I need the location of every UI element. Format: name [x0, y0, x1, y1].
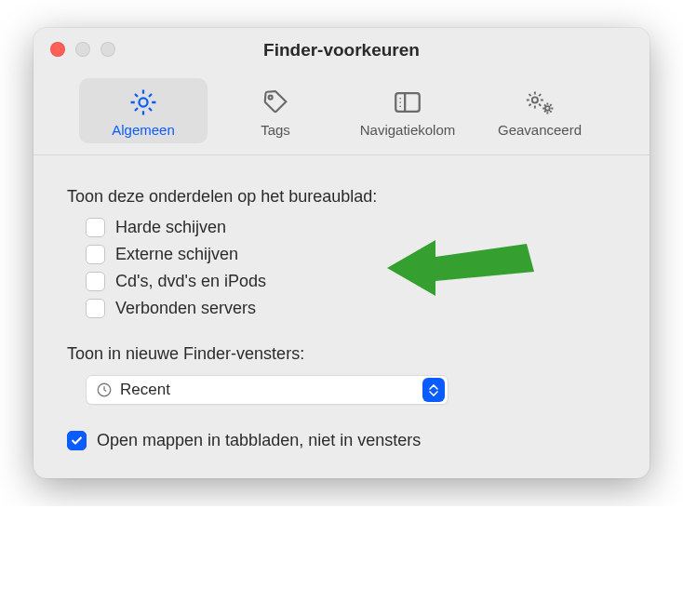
titlebar[interactable]: Finder-voorkeuren	[33, 28, 650, 61]
tab-label: Navigatiekolom	[360, 122, 456, 138]
svg-point-8	[545, 106, 550, 111]
checkbox-row-optical-media: Cd's, dvd's en iPods	[86, 272, 616, 291]
checkbox-hard-disks[interactable]	[86, 218, 105, 237]
show-on-desktop-label: Toon deze onderdelen op het bureaublad:	[67, 187, 616, 207]
checkbox-external-disks[interactable]	[86, 245, 105, 264]
desktop-items-list: Harde schijven Externe schijven Cd's, dv…	[86, 218, 616, 318]
preferences-toolbar: Algemeen Tags Navigatiekolo	[33, 61, 650, 155]
gear-icon	[127, 85, 159, 120]
window-title: Finder-voorkeuren	[33, 40, 650, 60]
checkbox-row-servers: Verbonden servers	[86, 299, 616, 318]
checkbox-row-open-in-tabs: Open mappen in tabbladen, niet in venste…	[67, 431, 616, 450]
clock-icon	[96, 382, 113, 398]
new-windows-select[interactable]: Recent	[86, 375, 449, 405]
svg-point-6	[399, 105, 401, 107]
svg-rect-2	[395, 93, 420, 112]
svg-point-5	[399, 101, 401, 103]
tag-icon	[261, 85, 290, 120]
tab-label: Algemeen	[112, 122, 175, 138]
checkbox-label: Externe schijven	[115, 245, 238, 264]
checkbox-label: Verbonden servers	[115, 299, 256, 318]
tab-tags[interactable]: Tags	[211, 78, 340, 143]
checkbox-row-external-disks: Externe schijven	[86, 245, 616, 264]
select-value: Recent	[120, 381, 422, 399]
svg-point-1	[269, 96, 273, 100]
checkbox-servers[interactable]	[86, 299, 105, 318]
gears-icon	[523, 85, 556, 120]
checkbox-label: Open mappen in tabbladen, niet in venste…	[97, 431, 421, 450]
tab-advanced[interactable]: Geavanceerd	[475, 78, 604, 143]
svg-point-0	[139, 98, 147, 106]
tab-sidebar[interactable]: Navigatiekolom	[343, 78, 472, 143]
svg-point-7	[532, 97, 538, 102]
content-pane: Toon deze onderdelen op het bureaublad: …	[33, 155, 650, 478]
checkbox-optical-media[interactable]	[86, 272, 105, 291]
sidebar-icon	[392, 85, 423, 120]
new-windows-label: Toon in nieuwe Finder-vensters:	[67, 344, 616, 364]
checkbox-label: Harde schijven	[115, 218, 226, 237]
svg-point-4	[399, 98, 401, 100]
tab-label: Geavanceerd	[498, 122, 582, 138]
checkbox-row-hard-disks: Harde schijven	[86, 218, 616, 237]
finder-preferences-window: Finder-voorkeuren Algemeen Tags	[33, 28, 650, 478]
tab-general[interactable]: Algemeen	[79, 78, 208, 143]
checkbox-label: Cd's, dvd's en iPods	[115, 272, 266, 291]
chevron-up-down-icon	[422, 378, 445, 402]
checkbox-open-in-tabs[interactable]	[67, 431, 87, 450]
tab-label: Tags	[261, 122, 290, 138]
